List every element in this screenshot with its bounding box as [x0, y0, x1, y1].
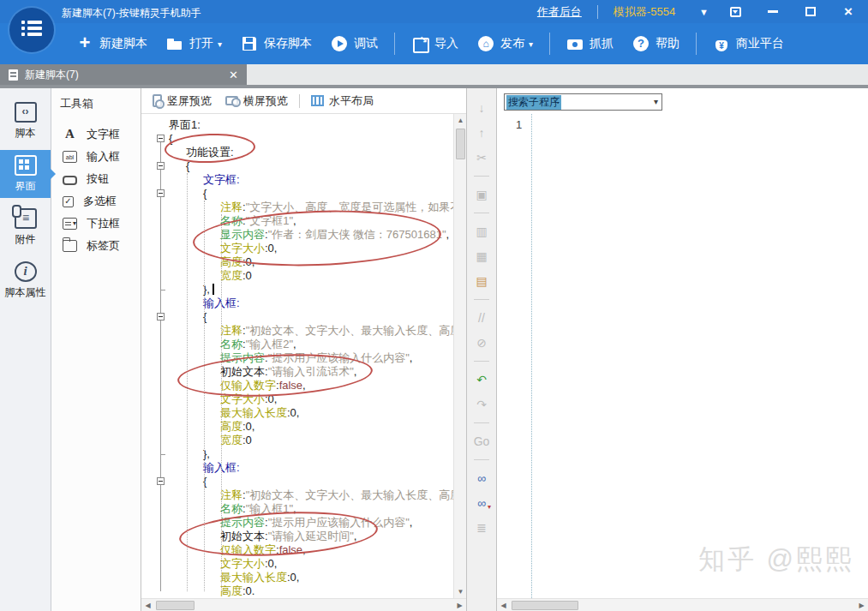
- sidebar-item-脚本[interactable]: 脚本: [0, 97, 51, 145]
- main-area: 脚本界面附件脚本属性 工具箱 文字框输入框按钮多选框下拉框标签页 竖屏预览横屏预…: [0, 88, 868, 611]
- emulator-dropdown-icon[interactable]: ▼: [699, 7, 709, 17]
- code-line: 名称:"文字框1",: [141, 214, 453, 228]
- code-line: {: [141, 310, 453, 324]
- code-line: {: [141, 475, 453, 488]
- tab-bar: 新建脚本(7) ✕: [0, 64, 868, 88]
- scroll-up-icon[interactable]: ▲: [454, 114, 466, 127]
- paste-icon[interactable]: ▤: [471, 272, 492, 291]
- close-button[interactable]: ×: [837, 3, 859, 21]
- minimize-button[interactable]: [762, 3, 784, 21]
- replace-icon[interactable]: ∞▾: [471, 494, 492, 512]
- toolbar-button-发布[interactable]: 发布▾: [468, 30, 542, 57]
- vertical-scroll-thumb[interactable]: [456, 129, 465, 159]
- horizontal-scroll-thumb[interactable]: [156, 601, 195, 610]
- scroll-left-icon[interactable]: ◀: [497, 599, 510, 611]
- editor-button-竖屏预览[interactable]: 竖屏预览: [147, 90, 218, 112]
- code-line: 注释:"初始文本、文字大小、最大输入长度、高度: [141, 324, 453, 338]
- code-horizontal-scrollbar[interactable]: ◀ ▶: [141, 598, 466, 611]
- toolbox-item-多选框[interactable]: 多选框: [51, 190, 141, 213]
- boss-key-button[interactable]: [724, 3, 746, 21]
- cut-icon[interactable]: ✂: [471, 148, 492, 167]
- uncomment-icon[interactable]: ⊘: [471, 333, 492, 352]
- button-icon: [63, 176, 77, 185]
- app-logo-icon[interactable]: [9, 8, 54, 52]
- scroll-left-icon[interactable]: ◀: [141, 599, 154, 611]
- toolbar-button-帮助[interactable]: 帮助: [623, 30, 689, 57]
- toolbar-button-抓抓[interactable]: 抓抓: [557, 30, 623, 57]
- sidebar-item-界面[interactable]: 界面: [0, 150, 51, 198]
- goto-icon[interactable]: Go: [471, 432, 492, 451]
- tab-close-icon[interactable]: ✕: [229, 69, 238, 81]
- source-horizontal-scrollbar[interactable]: ◀ ▶: [497, 598, 868, 611]
- code-line: {: [141, 159, 453, 173]
- comment-icon[interactable]: //: [471, 308, 492, 327]
- maximize-button[interactable]: [799, 3, 822, 21]
- money-bag-icon: [713, 35, 730, 52]
- help-icon: [632, 35, 650, 52]
- toolbar-button-label: 新建脚本: [99, 36, 147, 51]
- code-area[interactable]: 界面1:{功能设置:{文字框:{注释:"文字大小、高度、宽度是可选属性，如果不填…: [141, 114, 466, 598]
- editor-toolbar: 竖屏预览横屏预览水平布局: [141, 88, 466, 114]
- fold-toggle-icon[interactable]: [157, 189, 165, 197]
- scroll-right-icon[interactable]: ▶: [453, 599, 466, 611]
- tabpage-icon: [63, 240, 77, 252]
- app-window: 新建脚本(7)-按键精灵手机助手 作者后台 模拟器-5554 ▼ × 新建脚本打…: [0, 0, 868, 611]
- code-line: 宽度:0: [141, 434, 453, 447]
- redo-icon[interactable]: ↷: [471, 395, 492, 414]
- toolbar-button-label: 商业平台: [736, 36, 784, 51]
- sidebar-item-label: 脚本属性: [5, 285, 46, 300]
- editor-button-水平布局[interactable]: 水平布局: [305, 90, 380, 112]
- editor-button-横屏预览[interactable]: 横屏预览: [219, 90, 294, 112]
- subroutine-search-combobox[interactable]: 搜索子程序 ▾: [504, 93, 662, 111]
- camera-icon: [566, 35, 584, 52]
- copy-format-icon[interactable]: ▥: [471, 222, 492, 241]
- horizontal-scroll-thumb[interactable]: [512, 601, 578, 610]
- toolbar-button-导入[interactable]: 导入: [402, 30, 468, 57]
- chevron-down-icon[interactable]: ▾: [654, 97, 658, 106]
- code-line: 提示内容:"提示用户应该输入什么内容",: [141, 351, 453, 365]
- midbar-divider: [474, 422, 489, 423]
- toolbar-button-商业平台[interactable]: 商业平台: [703, 30, 793, 57]
- code-line: },: [141, 283, 453, 297]
- text-cursor: [213, 284, 214, 295]
- toolbox-item-标签页[interactable]: 标签页: [51, 235, 141, 257]
- toolbar-button-label: 帮助: [655, 36, 679, 51]
- emulator-selector[interactable]: 模拟器-5554: [614, 4, 675, 20]
- bookmark-icon[interactable]: ≣: [471, 518, 492, 537]
- toolbar-button-新建脚本[interactable]: 新建脚本: [67, 30, 157, 57]
- code-vertical-scrollbar[interactable]: ▲ ▼: [453, 114, 466, 598]
- code-lines: 界面1:{功能设置:{文字框:{注释:"文字大小、高度、宽度是可选属性，如果不填…: [141, 114, 453, 598]
- import-icon: [411, 35, 428, 52]
- toolbar-button-打开[interactable]: 打开▾: [157, 30, 231, 57]
- fold-toggle-icon[interactable]: [157, 313, 165, 320]
- author-backend-link[interactable]: 作者后台: [537, 4, 582, 20]
- toolbox-item-按钮[interactable]: 按钮: [51, 168, 141, 190]
- fold-toggle-icon[interactable]: [157, 162, 165, 170]
- code-line: 高度:0,: [141, 255, 453, 269]
- toolbox-item-输入框[interactable]: 输入框: [51, 146, 141, 168]
- scroll-right-icon[interactable]: ▶: [855, 599, 868, 611]
- source-code-editor[interactable]: 1 知乎 @熙熙: [497, 114, 868, 598]
- sidebar-item-附件[interactable]: 附件: [0, 203, 51, 251]
- toolbar-button-保存脚本[interactable]: 保存脚本: [231, 30, 321, 57]
- toolbox-item-label: 标签页: [87, 238, 120, 254]
- move-down-icon[interactable]: ↓: [471, 99, 492, 117]
- copy-icon[interactable]: ▣: [471, 185, 492, 204]
- code-line: 仅输入数字:false,: [141, 379, 453, 392]
- fold-tree-tick: [160, 290, 165, 291]
- tab-new-script[interactable]: 新建脚本(7) ✕: [0, 64, 247, 85]
- fold-toggle-icon[interactable]: [157, 477, 165, 485]
- toolbox-item-文字框[interactable]: 文字框: [51, 123, 141, 146]
- sidebar-item-脚本属性[interactable]: 脚本属性: [0, 256, 51, 304]
- scroll-down-icon[interactable]: ▼: [454, 585, 466, 598]
- plus-icon: [76, 35, 93, 52]
- toolbar-button-label: 抓抓: [590, 36, 614, 51]
- snippet-icon[interactable]: ▦: [471, 247, 492, 266]
- fold-toggle-icon[interactable]: [157, 135, 165, 142]
- toolbox-item-下拉框[interactable]: 下拉框: [51, 213, 141, 235]
- move-up-icon[interactable]: ↑: [471, 123, 492, 142]
- script-properties-icon: [15, 261, 37, 282]
- find-icon[interactable]: ∞: [471, 469, 492, 488]
- toolbar-button-调试[interactable]: 调试: [321, 30, 387, 57]
- undo-icon[interactable]: ↶: [471, 370, 492, 389]
